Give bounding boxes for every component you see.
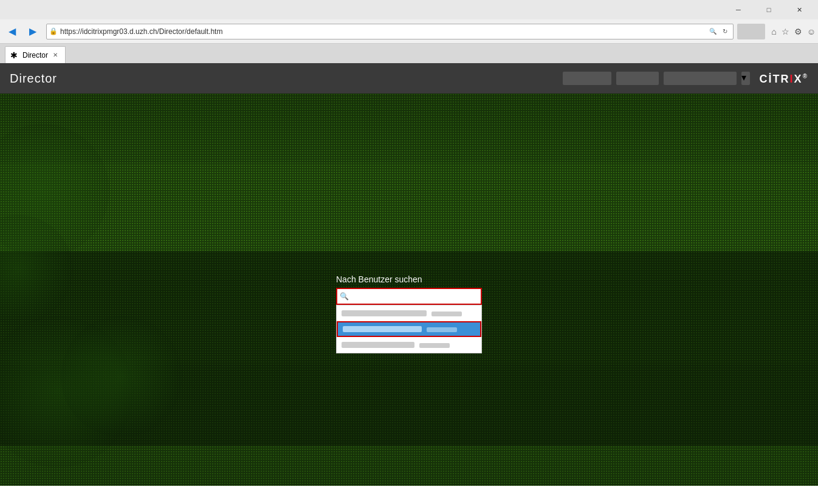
dark-band-top bbox=[0, 94, 818, 163]
tab-favicon: ✱ bbox=[10, 50, 20, 60]
new-tab-area bbox=[737, 24, 765, 39]
suggestion-text-2 bbox=[343, 326, 422, 332]
address-bar[interactable]: 🔒 https://idcitrixpmgr03.d.uzh.ch/Direct… bbox=[46, 24, 734, 39]
browser-chrome: ─ □ ✕ ◀ ▶ 🔒 https://idcitrixpmgr03.d.uzh… bbox=[0, 0, 818, 63]
app-title: Director bbox=[10, 72, 57, 86]
minimize-button[interactable]: ─ bbox=[724, 0, 752, 19]
forward-icon: ▶ bbox=[29, 26, 36, 37]
nav-user-text1 bbox=[563, 72, 611, 85]
maximize-button[interactable]: □ bbox=[755, 0, 783, 19]
home-icon[interactable]: ⌂ bbox=[771, 27, 776, 36]
search-form: Nach Benutzer suchen 🔍 bbox=[336, 274, 482, 305]
nav-user-text2 bbox=[616, 72, 659, 85]
search-dropdown-icon: 🔍 bbox=[709, 28, 717, 35]
suggestion-text-3 bbox=[342, 342, 414, 348]
back-icon: ◀ bbox=[9, 26, 16, 37]
suggestion-text-1 bbox=[342, 310, 427, 316]
search-input-wrapper: 🔍 bbox=[336, 288, 482, 305]
search-icon: 🔍 bbox=[340, 292, 349, 301]
circle-decoration-4 bbox=[61, 316, 182, 437]
search-dropdown-button[interactable]: 🔍 bbox=[707, 26, 718, 37]
suggestion-detail-1 bbox=[431, 310, 462, 317]
suggestion-detail-2 bbox=[427, 325, 457, 333]
refresh-button[interactable]: ↻ bbox=[720, 26, 730, 37]
app-container: Director ▾ CİTRIX® bbox=[0, 63, 818, 486]
active-tab[interactable]: ✱ Director ✕ bbox=[5, 46, 66, 63]
close-button[interactable]: ✕ bbox=[785, 0, 813, 19]
title-bar: ─ □ ✕ bbox=[0, 0, 818, 19]
suggestion-item-3[interactable] bbox=[337, 337, 481, 353]
nav-right: ▾ CİTRIX® bbox=[563, 72, 808, 86]
suggestion-detail-3 bbox=[419, 341, 450, 349]
forward-button[interactable]: ▶ bbox=[23, 22, 43, 41]
app-nav: Director ▾ CİTRIX® bbox=[0, 63, 818, 94]
address-security-icon: 🔒 bbox=[49, 27, 58, 35]
back-button[interactable]: ◀ bbox=[2, 22, 22, 41]
suggestion-item-1[interactable] bbox=[337, 305, 481, 321]
suggestion-item-2[interactable] bbox=[337, 321, 481, 337]
settings-icon[interactable]: ⚙ bbox=[794, 27, 802, 36]
search-suggestions bbox=[336, 305, 482, 353]
favorites-icon[interactable]: ☆ bbox=[782, 27, 789, 36]
nav-bar: ◀ ▶ 🔒 https://idcitrixpmgr03.d.uzh.ch/Di… bbox=[0, 19, 818, 44]
refresh-icon: ↻ bbox=[723, 28, 727, 35]
search-label: Nach Benutzer suchen bbox=[336, 274, 482, 284]
nav-dropdown-button[interactable]: ▾ bbox=[741, 72, 750, 85]
main-content: Nach Benutzer suchen 🔍 bbox=[0, 94, 818, 486]
user-icon[interactable]: ☺ bbox=[807, 27, 816, 36]
tab-close-button[interactable]: ✕ bbox=[50, 50, 60, 60]
tab-bar: ✱ Director ✕ bbox=[0, 44, 818, 63]
search-input[interactable] bbox=[336, 288, 482, 305]
citrix-logo: CİTRIX® bbox=[760, 72, 808, 86]
tab-title: Director bbox=[22, 51, 48, 60]
nav-user-text3 bbox=[664, 72, 737, 85]
address-text: https://idcitrixpmgr03.d.uzh.ch/Director… bbox=[60, 27, 705, 36]
user-info: ▾ bbox=[563, 72, 750, 85]
